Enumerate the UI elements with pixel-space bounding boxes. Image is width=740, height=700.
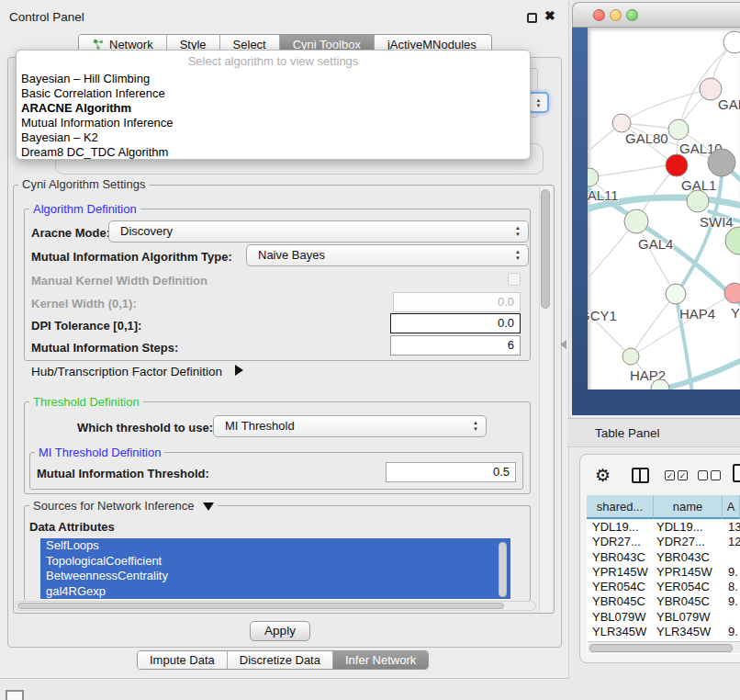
table-body[interactable]: YDL19...YDL19...13YDR27...YDR27...12YBR0… [587,520,740,654]
algorithm-option[interactable]: Basic Correlation Inference [21,86,525,101]
network-node[interactable] [708,149,735,176]
zoom-traffic-light-icon[interactable] [626,9,638,21]
section-title-mi-threshold: MI Threshold Definition [35,446,164,459]
panel-divider-handle[interactable] [560,340,566,349]
table-cell: YBL079W [587,610,654,625]
aracne-mode-combobox[interactable]: Discovery ▲▼ [108,220,529,243]
data-attributes-list[interactable]: SelfLoopsTopologicalCoefficientBetweenne… [40,538,510,600]
manual-kernel-checkbox[interactable] [508,273,521,286]
table-header: shared... name A [587,495,740,519]
algorithm-option[interactable]: Bayesian – Hill Climbing [21,72,525,86]
attributes-scrollbar-thumb[interactable] [499,542,507,597]
algorithm-dropdown-popup: Select algorithm to view settings Bayesi… [16,50,531,160]
float-window-icon[interactable] [527,13,537,23]
table-cell: 9. [723,565,740,580]
table-row[interactable]: YPR145WYPR145W9. [587,565,740,580]
kernel-width-field[interactable]: 0.0 [393,292,521,312]
algorithm-option[interactable]: ARACNE Algorithm [21,101,525,116]
algorithm-option[interactable]: Dream8 DC_TDC Algorithm [21,145,525,160]
network-node[interactable] [724,283,740,303]
split-view-icon[interactable] [632,468,649,483]
dropdown-placeholder: Select algorithm to view settings [17,54,530,68]
mi-steps-label: Mutual Information Steps: [31,341,178,355]
mi-type-combobox[interactable]: Naive Bayes ▲▼ [246,244,529,266]
settings-horizontal-scrollbar[interactable] [15,601,536,611]
network-node[interactable] [666,154,688,176]
table-cell: YPR145W [587,565,654,580]
table-cell: YBR043C [587,550,654,565]
table-row[interactable]: YDR27...YDR27...12 [587,535,740,549]
node-label: GAL80 [625,130,668,146]
attribute-item[interactable]: SelfLoops [40,538,510,554]
table-row[interactable]: YDL19...YDL19...13 [587,520,740,535]
close-icon[interactable]: ✖ [544,8,555,23]
node-label: Y [731,305,740,321]
tab-label: Impute Data [150,653,215,667]
tab-impute-data[interactable]: Impute Data [138,651,227,669]
deselect-all-icon[interactable] [698,470,721,480]
select-all-icon[interactable]: ✓ ✓ [665,470,688,480]
algorithm-option[interactable]: Bayesian – K2 [21,130,525,145]
mi-steps-field[interactable]: 6 [390,335,521,356]
network-node[interactable] [666,284,686,304]
minimized-panel-icon[interactable] [6,690,24,700]
algorithm-combobox-stepper[interactable]: ▲▼ [528,92,549,113]
network-node[interactable] [624,209,648,233]
unchecked-box-icon [711,470,721,480]
algorithm-option[interactable]: Mutual Information Inference [21,116,525,130]
mi-threshold-field[interactable]: 0.5 [386,462,516,482]
column-header[interactable]: A [723,495,740,519]
dpi-tolerance-field[interactable]: 0.0 [390,313,521,333]
sources-section-header[interactable]: Sources for Network Inference [29,499,218,513]
data-attributes-header: Data Attributes [29,520,115,534]
hub-section-label: Hub/Transcription Factor Definition [31,365,222,378]
table-row[interactable]: YBR045CYBR045C9. [587,594,740,609]
table-cell: YLR345W [654,625,723,639]
which-threshold-combobox[interactable]: MI Threshold ▲▼ [213,415,487,437]
table-cell: YDL19... [654,520,723,535]
algorithm-list: Bayesian – Hill ClimbingBasic Correlatio… [21,72,525,160]
column-header[interactable]: shared... [587,495,654,519]
network-node[interactable] [668,119,689,140]
node-label: GAL [718,96,740,112]
table-row[interactable]: YBL079WYBL079W [587,610,740,625]
gear-icon[interactable]: ⚙ [595,465,611,486]
network-graph: GALGAL80GAL10GAL1SWI4GAL11GAL4GCY1HAP4YH… [588,28,740,390]
minimize-traffic-light-icon[interactable] [610,9,622,21]
tab-discretize-data[interactable]: Discretize Data [227,651,332,669]
table-horizontal-scrollbar[interactable] [588,641,740,653]
table-cell: YDR27... [654,535,723,549]
network-node[interactable] [612,114,631,132]
mi-type-label: Mutual Information Algorithm Type: [31,250,232,264]
table-row[interactable]: YBR043CYBR043C [587,550,740,565]
combobox-value: Discovery [120,224,173,238]
network-window-titlebar[interactable] [572,2,740,28]
table-row[interactable]: YLR345WYLR345W9. [587,625,740,639]
combobox-arrows-icon: ▲▼ [515,249,521,262]
hub-section-header[interactable]: Hub/Transcription Factor Definition [31,365,243,378]
column-header[interactable]: name [654,495,723,519]
network-node[interactable] [622,348,639,365]
combobox-value: MI Threshold [225,419,295,433]
apply-button[interactable]: Apply [250,621,310,641]
scrollbar-thumb[interactable] [17,603,504,609]
network-canvas[interactable]: GALGAL80GAL10GAL1SWI4GAL11GAL4GCY1HAP4YH… [588,28,740,390]
table-cell: 13 [723,520,740,535]
dpi-tolerance-label: DPI Tolerance [0,1]: [31,319,141,333]
attribute-item[interactable]: TopologicalCoefficient [40,554,510,570]
network-node[interactable] [687,190,709,212]
table-row[interactable]: YER054CYER054C8. [587,580,740,594]
scrollbar-thumb[interactable] [589,644,733,652]
table-cell: YLR345W [587,625,654,639]
scrollbar-thumb[interactable] [541,189,550,309]
close-traffic-light-icon[interactable] [593,9,605,21]
network-node[interactable] [725,227,740,254]
settings-vertical-scrollbar[interactable] [539,186,551,612]
tab-label: Discretize Data [240,653,320,667]
table-cell: YPR145W [654,565,723,580]
manual-kernel-label: Manual Kernel Width Definition [31,274,207,288]
tab-infer-network[interactable]: Infer Network [332,651,428,669]
file-icon[interactable] [733,464,740,482]
attribute-item[interactable]: gal4RGexp [40,584,510,600]
attribute-item[interactable]: BetweennessCentrality [40,569,510,584]
